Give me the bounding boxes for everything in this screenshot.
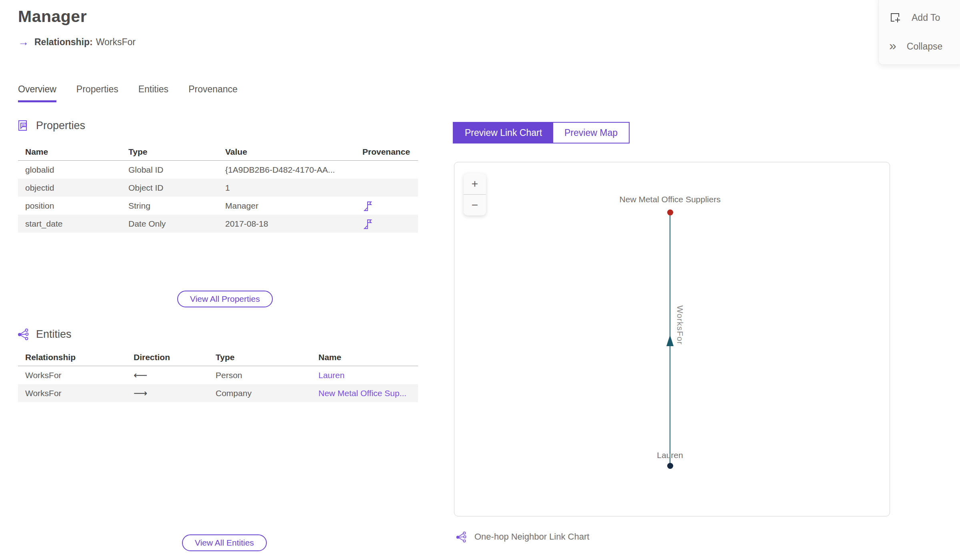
property-type: String <box>128 201 225 211</box>
property-type: Date Only <box>128 219 225 229</box>
direction-left-arrow: ⟵ <box>134 370 216 381</box>
table-row: objectid Object ID 1 <box>18 179 418 197</box>
subtitle-label: Relationship: <box>34 37 93 48</box>
property-type: Object ID <box>128 183 225 193</box>
tab-provenance[interactable]: Provenance <box>188 84 238 102</box>
collapse-chevrons-icon: » <box>889 39 896 52</box>
entity-type: Person <box>216 371 318 380</box>
tab-bar: Overview Properties Entities Provenance <box>18 84 238 102</box>
zoom-control: + − <box>464 173 486 215</box>
edge-label: WorksFor <box>675 305 685 345</box>
direction-right-arrow: ⟶ <box>134 388 216 399</box>
table-row: globalid Global ID {1A9DB2B6-D482-4170-A… <box>18 161 418 179</box>
property-type: Global ID <box>128 165 225 175</box>
one-hop-link-chart-icon <box>455 531 467 543</box>
subtitle-value: WorksFor <box>96 37 136 48</box>
preview-link-chart-button[interactable]: Preview Link Chart <box>454 123 553 143</box>
preview-toggle: Preview Link Chart Preview Map <box>453 122 630 143</box>
property-value: {1A9DB2B6-D482-4170-AA... <box>225 165 355 175</box>
tab-properties[interactable]: Properties <box>76 84 118 102</box>
col-provenance: Provenance <box>355 147 418 157</box>
property-name: start_date <box>18 219 128 229</box>
tab-overview[interactable]: Overview <box>18 84 56 102</box>
property-name: objectid <box>18 183 128 193</box>
col-relationship: Relationship <box>18 353 134 362</box>
add-to-label: Add To <box>912 12 940 23</box>
table-row: WorksFor ⟵ Person Lauren <box>18 366 418 384</box>
property-provenance <box>355 200 418 212</box>
entity-relationship: WorksFor <box>18 371 134 380</box>
node-label-person: Lauren <box>586 450 754 460</box>
graph-node-company[interactable] <box>667 209 673 215</box>
link-chart-canvas[interactable]: + − New Metal Office Suppliers WorksFor … <box>454 162 890 516</box>
chart-caption: One-hop Neighbor Link Chart <box>455 531 589 543</box>
property-value: 2017-08-18 <box>225 219 355 229</box>
tab-entities[interactable]: Entities <box>138 84 168 102</box>
collapse-button[interactable]: » Collapse <box>879 35 960 58</box>
entity-relationship: WorksFor <box>18 389 134 398</box>
entities-link-chart-icon <box>17 328 30 341</box>
view-all-entities-button[interactable]: View All Entities <box>182 534 267 551</box>
table-row: start_date Date Only 2017-08-18 <box>18 215 418 233</box>
properties-table: Name Type Value Provenance globalid Glob… <box>18 143 418 233</box>
col-name: Name <box>318 353 418 362</box>
col-name: Name <box>18 147 128 157</box>
entities-table: Relationship Direction Type Name WorksFo… <box>18 349 418 402</box>
col-type: Type <box>216 353 318 362</box>
property-value: 1 <box>225 183 355 193</box>
relationship-subtitle: → Relationship: WorksFor <box>18 37 136 48</box>
page-title: Manager <box>18 7 87 26</box>
table-row: WorksFor ⟶ Company New Metal Office Sup.… <box>18 384 418 402</box>
entity-type: Company <box>216 389 318 398</box>
provenance-flag-icon[interactable] <box>362 200 373 212</box>
provenance-flag-icon[interactable] <box>362 218 373 230</box>
col-direction: Direction <box>134 353 216 362</box>
zoom-in-button[interactable]: + <box>464 173 486 194</box>
entity-name-link[interactable]: Lauren <box>318 371 344 380</box>
edge-arrowhead-icon <box>666 335 674 346</box>
add-to-button[interactable]: Add To <box>879 6 960 29</box>
property-provenance <box>355 218 418 230</box>
relationship-arrow-icon: → <box>18 37 29 48</box>
col-value: Value <box>225 147 355 157</box>
collapse-label: Collapse <box>907 41 943 52</box>
preview-map-button[interactable]: Preview Map <box>553 123 629 143</box>
properties-section-title: Properties <box>36 120 85 132</box>
properties-icon <box>17 119 30 132</box>
zoom-out-button[interactable]: − <box>464 194 486 215</box>
chart-caption-text: One-hop Neighbor Link Chart <box>474 532 589 542</box>
actions-panel: Add To » Collapse <box>878 0 960 65</box>
col-type: Type <box>128 147 225 157</box>
add-to-icon <box>889 12 901 24</box>
property-value: Manager <box>225 201 355 211</box>
table-row: position String Manager <box>18 197 418 215</box>
relationship-detail-page: Manager → Relationship: WorksFor Add To … <box>0 0 960 560</box>
view-all-properties-button[interactable]: View All Properties <box>177 291 273 307</box>
property-name: position <box>18 201 128 211</box>
properties-table-header: Name Type Value Provenance <box>18 143 418 161</box>
entity-name-link[interactable]: New Metal Office Sup... <box>318 389 406 398</box>
node-label-company: New Metal Office Suppliers <box>586 195 754 204</box>
entities-section-header: Entities <box>17 328 72 341</box>
property-name: globalid <box>18 165 128 175</box>
graph-node-person[interactable] <box>667 463 673 469</box>
properties-section-header: Properties <box>17 119 85 132</box>
entities-section-title: Entities <box>36 328 72 341</box>
entities-table-header: Relationship Direction Type Name <box>18 349 418 366</box>
